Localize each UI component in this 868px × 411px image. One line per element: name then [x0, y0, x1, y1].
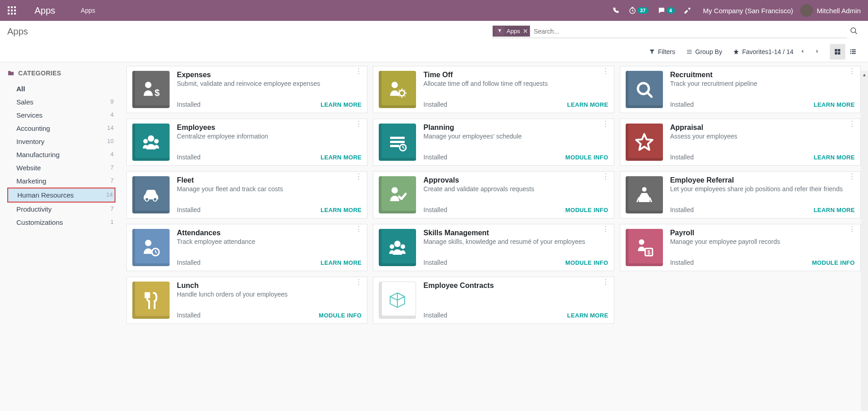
card-action-link[interactable]: LEARN MORE [814, 154, 855, 161]
sidebar-item-label: Sales [16, 98, 34, 106]
card-title: Time Off [423, 71, 608, 79]
card-menu-icon[interactable]: ⋮ [355, 70, 362, 73]
app-card-recruitment[interactable]: RecruitmentTrack your recruitment pipeli… [620, 66, 861, 113]
card-action-link[interactable]: MODULE INFO [565, 207, 608, 213]
search-facet-label: Apps [507, 28, 520, 35]
sidebar-item-all[interactable]: All [7, 82, 115, 95]
timer-icon[interactable]: 37 [628, 6, 648, 15]
apps-menu-icon[interactable] [7, 6, 16, 15]
card-menu-icon[interactable]: ⋮ [355, 175, 362, 178]
phone-icon[interactable] [612, 7, 619, 14]
list-view-button[interactable] [845, 44, 861, 59]
app-card-appraisal[interactable]: AppraisalAssess your employeesInstalledL… [620, 119, 861, 166]
search-button[interactable] [847, 24, 861, 39]
sidebar-item-inventory[interactable]: Inventory10 [7, 135, 115, 148]
control-panel: Apps Apps ✕ Filters Group By Fav [0, 21, 868, 62]
chevron-up-icon[interactable]: ▲ [861, 71, 868, 78]
card-menu-icon[interactable]: ⋮ [848, 228, 856, 231]
search-facet[interactable]: Apps ✕ [492, 25, 530, 37]
app-card-fleet[interactable]: FleetManage your fleet and track car cos… [126, 171, 367, 218]
pager-next-button[interactable] [812, 46, 823, 58]
kanban-view-button[interactable] [830, 44, 845, 59]
card-menu-icon[interactable]: ⋮ [602, 123, 609, 125]
card-description: Track your recruitment pipeline [670, 80, 855, 88]
card-menu-icon[interactable]: ⋮ [848, 175, 856, 178]
card-menu-icon[interactable]: ⋮ [848, 123, 856, 125]
card-menu-icon[interactable]: ⋮ [602, 281, 609, 283]
nav-menu-apps[interactable]: Apps [81, 7, 95, 14]
app-card-attendances[interactable]: AttendancesTrack employee attendanceInst… [126, 224, 367, 271]
app-card-expenses[interactable]: ExpensesSubmit, validate and reinvoice e… [126, 66, 367, 113]
app-card-time-off[interactable]: Time OffAllocate time off and follow tim… [373, 66, 614, 113]
app-card-skills-management[interactable]: Skills ManagementManage skills, knowledg… [373, 224, 614, 271]
pager-prev-button[interactable] [797, 46, 808, 58]
app-card-employee-referral[interactable]: Employee ReferralLet your employees shar… [620, 171, 861, 218]
sidebar: CATEGORIES AllSales9Services4Accounting1… [0, 62, 123, 335]
app-card-payroll[interactable]: PayrollManage your employee payroll reco… [620, 224, 861, 271]
svg-rect-32 [835, 49, 837, 51]
card-action-link[interactable]: LEARN MORE [567, 312, 608, 319]
app-card-employees[interactable]: EmployeesCentralize employee information… [126, 119, 367, 166]
card-action-link[interactable]: LEARN MORE [814, 207, 855, 213]
sidebar-item-services[interactable]: Services4 [7, 109, 115, 122]
card-status: Installed [423, 154, 447, 161]
card-action-link[interactable]: LEARN MORE [567, 101, 608, 108]
app-icon [132, 176, 170, 213]
card-menu-icon[interactable]: ⋮ [355, 123, 362, 125]
chat-icon[interactable]: 4 [657, 6, 675, 15]
app-icon [379, 71, 416, 108]
groupby-button[interactable]: Group By [686, 48, 722, 55]
card-action-link[interactable]: MODULE INFO [319, 312, 361, 319]
app-card-planning[interactable]: PlanningManage your employees' scheduleI… [373, 119, 614, 166]
card-action-link[interactable]: LEARN MORE [321, 101, 361, 108]
card-status: Installed [177, 101, 201, 108]
sidebar-item-label: Services [16, 111, 43, 119]
card-action-link[interactable]: LEARN MORE [321, 207, 361, 213]
app-card-employee-contracts[interactable]: Employee ContractsInstalledLEARN MORE⋮ [373, 277, 614, 324]
card-menu-icon[interactable]: ⋮ [602, 175, 609, 178]
app-icon [132, 282, 170, 319]
card-menu-icon[interactable]: ⋮ [848, 70, 856, 73]
scrollbar[interactable]: ▲ [861, 71, 868, 335]
sidebar-item-human-resources[interactable]: Human Resources14 [7, 188, 115, 203]
pager-text[interactable]: 1-14 / 14 [768, 48, 793, 55]
tools-icon[interactable] [684, 7, 691, 14]
card-description: Manage skills, knowledge and resumé of y… [423, 238, 608, 246]
close-icon[interactable]: ✕ [523, 28, 528, 35]
app-card-approvals[interactable]: ApprovalsCreate and validate approvals r… [373, 171, 614, 218]
card-menu-icon[interactable]: ⋮ [602, 228, 609, 231]
sidebar-item-marketing[interactable]: Marketing7 [7, 174, 115, 188]
company-selector[interactable]: My Company (San Francisco) [703, 7, 793, 15]
search-input[interactable] [530, 25, 847, 38]
card-status: Installed [670, 259, 694, 266]
svg-rect-40 [850, 53, 851, 54]
card-action-link[interactable]: LEARN MORE [321, 154, 361, 161]
sidebar-item-count: 10 [107, 138, 114, 145]
list-icon [686, 49, 692, 55]
app-brand[interactable]: Apps [35, 5, 55, 16]
card-menu-icon[interactable]: ⋮ [602, 70, 609, 73]
sidebar-item-accounting[interactable]: Accounting14 [7, 122, 115, 135]
card-description: Let your employees share job positions a… [670, 185, 855, 193]
filter-icon [649, 49, 655, 55]
sidebar-item-productivity[interactable]: Productivity7 [7, 203, 115, 216]
card-title: Recruitment [670, 71, 855, 79]
sidebar-item-manufacturing[interactable]: Manufacturing4 [7, 148, 115, 161]
favorites-button[interactable]: Favorites [733, 48, 768, 55]
card-action-link[interactable]: MODULE INFO [812, 259, 855, 266]
card-menu-icon[interactable]: ⋮ [355, 281, 362, 283]
chat-badge: 4 [667, 7, 675, 14]
card-action-link[interactable]: MODULE INFO [565, 259, 608, 266]
card-action-link[interactable]: MODULE INFO [565, 154, 608, 161]
card-action-link[interactable]: LEARN MORE [814, 101, 855, 108]
user-menu[interactable]: Mitchell Admin [800, 4, 861, 17]
filters-button[interactable]: Filters [649, 48, 675, 55]
card-action-link[interactable]: LEARN MORE [321, 259, 361, 266]
sidebar-item-sales[interactable]: Sales9 [7, 95, 115, 109]
sidebar-item-website[interactable]: Website7 [7, 161, 115, 174]
sidebar-item-customizations[interactable]: Customizations1 [7, 216, 115, 229]
card-menu-icon[interactable]: ⋮ [355, 228, 362, 231]
svg-rect-26 [14, 10, 16, 11]
app-card-lunch[interactable]: LunchHandle lunch orders of your employe… [126, 277, 367, 324]
card-status: Installed [670, 206, 694, 213]
